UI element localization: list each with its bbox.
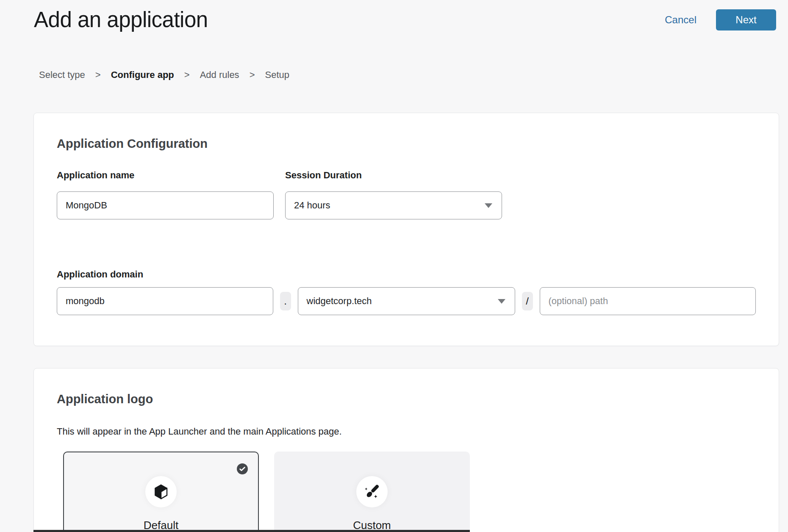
logo-options: Default Custom	[63, 452, 756, 532]
breadcrumb-step-configure-app[interactable]: Configure app	[111, 69, 174, 80]
session-duration-value: 24 hours	[294, 200, 330, 211]
next-button[interactable]: Next	[716, 9, 776, 30]
breadcrumb-step-setup[interactable]: Setup	[265, 69, 289, 80]
cancel-button[interactable]: Cancel	[662, 14, 699, 26]
paintbrush-icon	[356, 476, 388, 507]
breadcrumb-separator: >	[95, 69, 101, 80]
application-logo-description: This will appear in the App Launcher and…	[57, 426, 756, 438]
domain-select-value: widgetcorp.tech	[307, 296, 372, 307]
session-duration-select[interactable]: 24 hours	[285, 191, 502, 219]
application-domain-field: Application domain . widgetcorp.tech /	[57, 268, 756, 315]
slash-separator: /	[522, 292, 533, 310]
breadcrumb-separator: >	[250, 69, 255, 80]
application-name-label: Application name	[57, 169, 274, 181]
clipped-content-edge	[33, 530, 470, 532]
path-input[interactable]	[540, 287, 756, 315]
chevron-down-icon	[485, 203, 492, 208]
application-name-field: Application name	[57, 169, 274, 219]
session-duration-label: Session Duration	[285, 169, 502, 181]
configuration-heading: Application Configuration	[57, 136, 756, 151]
application-logo-card: Application logo This will appear in the…	[33, 368, 779, 532]
breadcrumb-separator: >	[184, 69, 190, 80]
application-domain-label: Application domain	[57, 268, 756, 280]
breadcrumb: Select type > Configure app > Add rules …	[39, 69, 289, 80]
subdomain-input[interactable]	[57, 287, 273, 315]
session-duration-field: Session Duration 24 hours	[285, 169, 502, 219]
header-actions: Cancel Next	[662, 9, 776, 30]
breadcrumb-step-add-rules[interactable]: Add rules	[200, 69, 239, 80]
domain-select[interactable]: widgetcorp.tech	[298, 287, 515, 315]
page-title: Add an application	[34, 8, 208, 33]
chevron-down-icon	[498, 299, 505, 304]
cube-icon	[145, 476, 177, 507]
dot-separator: .	[280, 292, 291, 310]
selected-check-icon	[237, 463, 248, 474]
logo-option-default[interactable]: Default	[63, 452, 259, 532]
application-logo-heading: Application logo	[57, 391, 756, 407]
breadcrumb-step-select-type[interactable]: Select type	[39, 69, 85, 80]
application-name-input[interactable]	[57, 191, 274, 219]
logo-option-custom[interactable]: Custom	[274, 452, 470, 532]
application-configuration-card: Application Configuration Application na…	[33, 113, 779, 346]
